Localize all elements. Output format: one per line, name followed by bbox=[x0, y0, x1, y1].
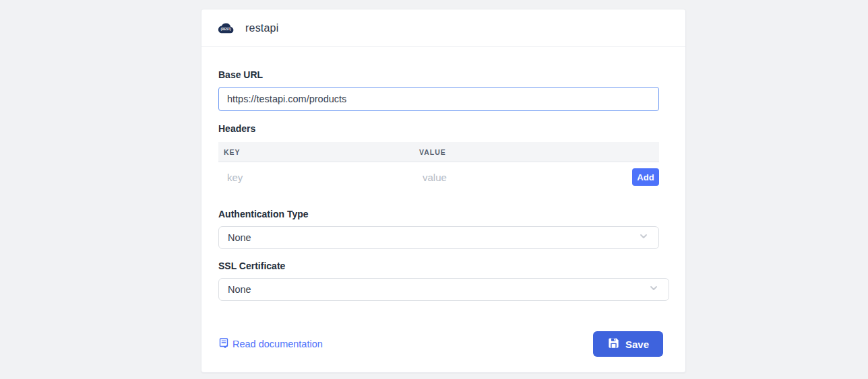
ssl-certificate-value: None bbox=[228, 284, 251, 295]
card-header: (REST) restapi bbox=[202, 9, 685, 47]
read-documentation-link[interactable]: Read documentation bbox=[218, 337, 323, 351]
header-row: Add bbox=[218, 162, 659, 192]
card-footer: Read documentation Save bbox=[218, 331, 668, 357]
datasource-config-card: (REST) restapi Base URL Headers KEY VALU… bbox=[201, 9, 686, 373]
datasource-title: restapi bbox=[245, 22, 278, 34]
headers-label: Headers bbox=[218, 124, 668, 134]
authentication-type-label: Authentication Type bbox=[218, 209, 668, 219]
card-body: Base URL Headers KEY VALUE Add Authentic… bbox=[202, 47, 685, 357]
column-header-value: VALUE bbox=[414, 148, 659, 156]
headers-table: KEY VALUE Add bbox=[218, 142, 659, 192]
save-button-label: Save bbox=[625, 339, 649, 350]
document-check-icon bbox=[218, 337, 229, 351]
column-header-key: KEY bbox=[218, 148, 414, 156]
authentication-type-select[interactable]: None bbox=[218, 226, 659, 249]
read-documentation-label: Read documentation bbox=[232, 339, 323, 349]
ssl-certificate-label: SSL Certificate bbox=[218, 261, 668, 271]
restapi-cloud-icon: (REST) bbox=[218, 22, 234, 34]
save-button[interactable]: Save bbox=[593, 331, 663, 357]
add-header-button[interactable]: Add bbox=[632, 168, 659, 186]
header-key-input[interactable] bbox=[218, 172, 404, 183]
svg-text:(REST): (REST) bbox=[221, 28, 232, 31]
base-url-input[interactable] bbox=[218, 87, 659, 111]
header-value-input[interactable] bbox=[414, 172, 621, 183]
authentication-type-value: None bbox=[228, 232, 251, 243]
base-url-label: Base URL bbox=[218, 70, 668, 80]
headers-table-head: KEY VALUE bbox=[218, 142, 659, 162]
chevron-down-icon bbox=[638, 231, 649, 244]
chevron-down-icon bbox=[648, 283, 659, 296]
save-floppy-icon bbox=[607, 337, 620, 351]
ssl-certificate-select[interactable]: None bbox=[218, 278, 669, 301]
